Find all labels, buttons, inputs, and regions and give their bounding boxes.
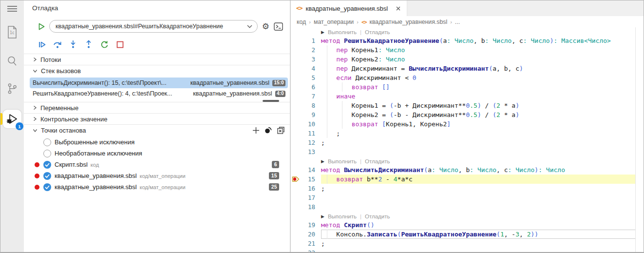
gutter-margin[interactable] <box>291 165 301 175</box>
codelens-row[interactable]: ▶Выполнить|Отладить <box>291 156 644 165</box>
code-line-20[interactable]: 20 Консоль.Записать(РешитьКвадратноеУрав… <box>291 230 644 239</box>
section-breakpoints[interactable]: Точки останова <box>24 124 290 136</box>
code-text[interactable]: возврат b**2 - 4*a*c <box>321 175 644 184</box>
code-text[interactable] <box>321 147 644 156</box>
gutter-margin[interactable] <box>291 193 301 202</box>
add-function-breakpoint-icon[interactable] <box>252 127 260 134</box>
code-text[interactable]: ; <box>321 184 644 193</box>
breakpoint-row[interactable]: квадратные_уравнения.sbsl код/мат_операц… <box>24 181 290 193</box>
checkbox-checked[interactable] <box>43 161 51 169</box>
toggle-active-breakpoints-icon[interactable] <box>264 126 272 134</box>
codelens-content[interactable]: ▶Выполнить|Отладить <box>321 156 644 165</box>
gutter-margin[interactable] <box>291 45 301 55</box>
source-control-icon[interactable] <box>0 83 24 95</box>
run-codelens-icon[interactable]: ▶ <box>321 212 324 221</box>
codelens-row[interactable]: ▶Выполнить|Отладить <box>291 212 644 220</box>
current-statement-breakpoint-icon[interactable] <box>291 175 301 184</box>
gutter-margin[interactable] <box>291 129 301 138</box>
code-text[interactable]: возврат [Корень1, Корень2] <box>321 119 644 129</box>
code-text[interactable] <box>321 193 644 202</box>
codelens-run-link[interactable]: Выполнить <box>328 212 357 221</box>
gutter-margin[interactable] <box>291 230 301 239</box>
breadcrumb-item[interactable]: квадратные_уравнения.sbsl <box>370 19 448 25</box>
gutter-margin[interactable] <box>291 36 301 45</box>
run-and-debug-icon[interactable]: 1 <box>0 110 24 128</box>
code-text[interactable]: пер Дискриминант = ВычислитьДискриминант… <box>321 64 644 73</box>
codelens-row[interactable]: ▶Выполнить|Отладить <box>291 27 644 36</box>
breakpoint-row[interactable]: квадратные_уравнения.sbsl код/мат_операц… <box>24 170 290 181</box>
codelens-debug-link[interactable]: Отладить <box>365 28 390 37</box>
breadcrumb-item[interactable]: мат_операции <box>314 19 354 25</box>
code-line-1[interactable]: 1метод РешитьКвадратноеУравнение(a: Числ… <box>291 36 644 45</box>
section-watch[interactable]: Контрольное значение <box>24 113 290 124</box>
breadcrumb-item[interactable]: ... <box>455 19 460 25</box>
code-line-13[interactable]: 13 <box>291 147 644 156</box>
restart-icon[interactable] <box>100 40 109 49</box>
gutter-margin[interactable] <box>291 138 301 147</box>
code-line-15[interactable]: 15 возврат b**2 - 4*a*c <box>291 175 644 184</box>
codelens-debug-link[interactable]: Отладить <box>365 157 390 166</box>
close-icon[interactable] <box>394 4 402 12</box>
code-text[interactable]: пер Корень2: Число <box>321 55 644 64</box>
onec-file-explorer-icon[interactable]: 1c <box>0 26 24 39</box>
breadcrumb-item[interactable]: код <box>297 19 306 25</box>
code-line-19[interactable]: 19метод Скрипт() <box>291 220 644 230</box>
tab-active[interactable]: <> квадратные_уравнения.sbsl <box>291 0 407 16</box>
debug-active-tile[interactable]: 1 <box>3 110 21 128</box>
code-line-11[interactable]: 11 ; <box>291 129 644 138</box>
codelens-content[interactable]: ▶Выполнить|Отладить <box>321 212 644 220</box>
run-codelens-icon[interactable]: ▶ <box>321 28 324 37</box>
code-line-16[interactable]: 16; <box>291 184 644 193</box>
gutter-margin[interactable] <box>291 64 301 73</box>
start-debug-icon[interactable] <box>38 23 45 30</box>
code-line-21[interactable]: 21; <box>291 239 644 248</box>
codelens-run-link[interactable]: Выполнить <box>328 157 357 166</box>
debug-console-icon[interactable] <box>274 22 283 31</box>
checkbox-checked[interactable] <box>43 172 51 180</box>
callstack-frame[interactable]: ВычислитьДискриминант(): 15, c:\test\Про… <box>30 78 288 88</box>
stop-icon[interactable] <box>115 40 124 49</box>
code-line-5[interactable]: 5 если Дискриминант < 0 <box>291 73 644 82</box>
gutter-margin[interactable] <box>291 101 301 110</box>
callstack-frame[interactable]: РешитьКвадратноеУравнение(): 4, c:\test\… <box>30 88 288 99</box>
gear-icon[interactable]: ⚙ <box>262 22 269 31</box>
code-line-9[interactable]: 9 Корень2 = (-b - Дискриминант**0.5) / (… <box>291 110 644 119</box>
code-text[interactable] <box>321 202 644 212</box>
code-line-4[interactable]: 4 пер Дискриминант = ВычислитьДискримина… <box>291 64 644 73</box>
code-line-2[interactable]: 2 пер Корень1: Число <box>291 45 644 55</box>
codelens-content[interactable]: ▶Выполнить|Отладить <box>321 27 644 36</box>
launch-config-dropdown[interactable]: квадратные_уравнения.sbsl#РешитьКвадратн… <box>49 20 258 33</box>
checkbox-unchecked[interactable] <box>43 138 51 146</box>
code-text[interactable] <box>321 248 644 252</box>
step-out-icon[interactable] <box>84 40 93 49</box>
code-line-3[interactable]: 3 пер Корень2: Число <box>291 55 644 64</box>
gutter-margin[interactable] <box>291 119 301 129</box>
gutter-margin[interactable] <box>291 55 301 64</box>
code-line-22[interactable]: 22 <box>291 248 644 252</box>
code-line-18[interactable]: 18 <box>291 202 644 212</box>
code-line-12[interactable]: 12; <box>291 138 644 147</box>
code-text[interactable]: Корень1 = (-b + Дискриминант**0.5) / (2 … <box>321 101 644 110</box>
code-line-14[interactable]: 14метод ВычислитьДискриминант(a: Число, … <box>291 165 644 175</box>
code-line-7[interactable]: 7 иначе <box>291 92 644 101</box>
code-text[interactable]: метод Скрипт() <box>321 220 644 230</box>
gutter-margin[interactable] <box>291 110 301 119</box>
gutter-margin[interactable] <box>291 248 301 252</box>
code-text[interactable]: ; <box>321 239 644 248</box>
section-variables[interactable]: Переменные <box>24 102 290 113</box>
checkbox-unchecked[interactable] <box>43 150 51 157</box>
code-line-10[interactable]: 10 возврат [Корень1, Корень2] <box>291 119 644 129</box>
gutter-margin[interactable] <box>291 220 301 230</box>
code-text[interactable]: пер Корень1: Число <box>321 45 644 55</box>
gutter-margin[interactable] <box>291 73 301 82</box>
remove-all-breakpoints-icon[interactable] <box>277 126 285 135</box>
gutter-margin[interactable] <box>291 239 301 248</box>
callstack-horizontal-scrollbar[interactable] <box>263 100 279 102</box>
breakpoint-row[interactable]: Скрипт.sbsl код 6 <box>24 159 290 170</box>
section-threads[interactable]: Потоки <box>24 54 290 65</box>
section-callstack[interactable]: Стек вызовов <box>24 65 290 76</box>
code-text[interactable]: метод ВычислитьДискриминант(a: Число, b:… <box>321 165 644 175</box>
gutter-margin[interactable] <box>291 147 301 156</box>
continue-icon[interactable] <box>38 40 46 49</box>
code-text[interactable]: если Дискриминант < 0 <box>321 73 644 82</box>
